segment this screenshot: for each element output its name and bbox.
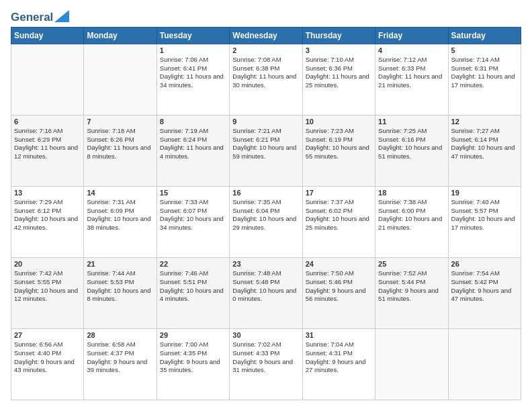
- day-number: 26: [451, 260, 518, 268]
- calendar-cell: 7Sunrise: 7:18 AM Sunset: 6:26 PM Daylig…: [84, 115, 157, 186]
- day-info: Sunrise: 7:29 AM Sunset: 6:12 PM Dayligh…: [14, 198, 81, 232]
- day-info: Sunrise: 7:31 AM Sunset: 6:09 PM Dayligh…: [87, 198, 153, 232]
- day-number: 10: [306, 118, 372, 126]
- calendar-cell: 5Sunrise: 7:14 AM Sunset: 6:31 PM Daylig…: [448, 44, 521, 115]
- day-info: Sunrise: 7:54 AM Sunset: 5:42 PM Dayligh…: [451, 269, 518, 304]
- calendar-cell: 29Sunrise: 7:00 AM Sunset: 4:35 PM Dayli…: [157, 328, 229, 400]
- day-number: 7: [87, 118, 153, 126]
- day-info: Sunrise: 7:14 AM Sunset: 6:31 PM Dayligh…: [451, 56, 518, 90]
- calendar-header-row: SundayMondayTuesdayWednesdayThursdayFrid…: [11, 27, 521, 44]
- calendar-table: SundayMondayTuesdayWednesdayThursdayFrid…: [11, 27, 521, 400]
- logo: General: [11, 11, 69, 21]
- day-header-sunday: Sunday: [11, 27, 84, 44]
- day-info: Sunrise: 7:25 AM Sunset: 6:16 PM Dayligh…: [378, 127, 445, 161]
- day-info: Sunrise: 7:38 AM Sunset: 6:00 PM Dayligh…: [378, 198, 445, 232]
- day-info: Sunrise: 7:21 AM Sunset: 6:21 PM Dayligh…: [232, 127, 299, 161]
- calendar-cell: [84, 44, 157, 115]
- calendar-cell: 12Sunrise: 7:27 AM Sunset: 6:14 PM Dayli…: [448, 115, 521, 186]
- calendar-cell: 10Sunrise: 7:23 AM Sunset: 6:19 PM Dayli…: [302, 115, 375, 186]
- calendar-cell: 18Sunrise: 7:38 AM Sunset: 6:00 PM Dayli…: [375, 186, 448, 257]
- day-info: Sunrise: 7:23 AM Sunset: 6:19 PM Dayligh…: [306, 127, 372, 161]
- calendar-cell: 19Sunrise: 7:40 AM Sunset: 5:57 PM Dayli…: [448, 186, 521, 257]
- calendar-cell: 17Sunrise: 7:37 AM Sunset: 6:02 PM Dayli…: [302, 186, 375, 257]
- day-info: Sunrise: 7:04 AM Sunset: 4:31 PM Dayligh…: [306, 340, 372, 375]
- calendar-cell: 2Sunrise: 7:08 AM Sunset: 6:38 PM Daylig…: [230, 44, 302, 115]
- calendar-cell: 16Sunrise: 7:35 AM Sunset: 6:04 PM Dayli…: [230, 186, 302, 257]
- day-number: 8: [160, 118, 226, 126]
- calendar-cell: [375, 328, 448, 400]
- day-number: 12: [451, 118, 518, 126]
- calendar-cell: 22Sunrise: 7:46 AM Sunset: 5:51 PM Dayli…: [157, 257, 229, 328]
- calendar-cell: 27Sunrise: 6:56 AM Sunset: 4:40 PM Dayli…: [11, 328, 84, 400]
- calendar-cell: 24Sunrise: 7:50 AM Sunset: 5:46 PM Dayli…: [302, 257, 375, 328]
- day-header-friday: Friday: [375, 27, 448, 44]
- day-number: 13: [14, 189, 81, 197]
- day-info: Sunrise: 7:10 AM Sunset: 6:36 PM Dayligh…: [306, 56, 372, 90]
- day-info: Sunrise: 7:35 AM Sunset: 6:04 PM Dayligh…: [232, 198, 299, 232]
- day-number: 20: [14, 260, 81, 268]
- svg-marker-0: [54, 10, 69, 22]
- calendar-body: 1Sunrise: 7:06 AM Sunset: 6:41 PM Daylig…: [11, 44, 521, 400]
- calendar-week-2: 6Sunrise: 7:16 AM Sunset: 6:29 PM Daylig…: [11, 115, 521, 186]
- calendar-cell: 26Sunrise: 7:54 AM Sunset: 5:42 PM Dayli…: [448, 257, 521, 328]
- day-info: Sunrise: 7:19 AM Sunset: 6:24 PM Dayligh…: [160, 127, 226, 161]
- day-info: Sunrise: 7:48 AM Sunset: 5:48 PM Dayligh…: [232, 269, 299, 304]
- day-header-monday: Monday: [84, 27, 157, 44]
- day-number: 27: [14, 331, 81, 339]
- day-number: 3: [306, 46, 372, 54]
- day-info: Sunrise: 7:27 AM Sunset: 6:14 PM Dayligh…: [451, 127, 518, 161]
- day-info: Sunrise: 7:42 AM Sunset: 5:55 PM Dayligh…: [14, 269, 81, 304]
- day-info: Sunrise: 7:08 AM Sunset: 6:38 PM Dayligh…: [232, 56, 299, 90]
- calendar-cell: 14Sunrise: 7:31 AM Sunset: 6:09 PM Dayli…: [84, 186, 157, 257]
- calendar-week-5: 27Sunrise: 6:56 AM Sunset: 4:40 PM Dayli…: [11, 328, 521, 400]
- day-number: 28: [87, 331, 153, 339]
- day-header-saturday: Saturday: [448, 27, 521, 44]
- day-number: 29: [160, 331, 226, 339]
- day-info: Sunrise: 7:46 AM Sunset: 5:51 PM Dayligh…: [160, 269, 226, 304]
- day-number: 11: [378, 118, 445, 126]
- day-info: Sunrise: 7:44 AM Sunset: 5:53 PM Dayligh…: [87, 269, 153, 304]
- calendar-cell: 13Sunrise: 7:29 AM Sunset: 6:12 PM Dayli…: [11, 186, 84, 257]
- calendar-cell: 6Sunrise: 7:16 AM Sunset: 6:29 PM Daylig…: [11, 115, 84, 186]
- calendar-week-3: 13Sunrise: 7:29 AM Sunset: 6:12 PM Dayli…: [11, 186, 521, 257]
- day-header-tuesday: Tuesday: [157, 27, 229, 44]
- day-number: 2: [232, 46, 299, 54]
- calendar-cell: 1Sunrise: 7:06 AM Sunset: 6:41 PM Daylig…: [157, 44, 229, 115]
- day-number: 17: [306, 189, 372, 197]
- day-number: 24: [306, 260, 372, 268]
- day-info: Sunrise: 7:00 AM Sunset: 4:35 PM Dayligh…: [160, 340, 226, 375]
- calendar-cell: [448, 328, 521, 400]
- day-info: Sunrise: 7:33 AM Sunset: 6:07 PM Dayligh…: [160, 198, 226, 232]
- day-number: 22: [160, 260, 226, 268]
- calendar-cell: 20Sunrise: 7:42 AM Sunset: 5:55 PM Dayli…: [11, 257, 84, 328]
- day-info: Sunrise: 7:18 AM Sunset: 6:26 PM Dayligh…: [87, 127, 153, 161]
- day-info: Sunrise: 7:37 AM Sunset: 6:02 PM Dayligh…: [306, 198, 372, 232]
- day-info: Sunrise: 7:40 AM Sunset: 5:57 PM Dayligh…: [451, 198, 518, 232]
- calendar-cell: 11Sunrise: 7:25 AM Sunset: 6:16 PM Dayli…: [375, 115, 448, 186]
- day-header-thursday: Thursday: [302, 27, 375, 44]
- day-info: Sunrise: 7:06 AM Sunset: 6:41 PM Dayligh…: [160, 56, 226, 90]
- calendar-cell: [11, 44, 84, 115]
- logo-icon: [54, 10, 69, 22]
- day-number: 9: [232, 118, 299, 126]
- day-info: Sunrise: 6:56 AM Sunset: 4:40 PM Dayligh…: [14, 340, 81, 375]
- day-number: 19: [451, 189, 518, 197]
- day-number: 15: [160, 189, 226, 197]
- day-info: Sunrise: 7:12 AM Sunset: 6:33 PM Dayligh…: [378, 56, 445, 90]
- calendar-cell: 3Sunrise: 7:10 AM Sunset: 6:36 PM Daylig…: [302, 44, 375, 115]
- logo-text: General: [11, 11, 53, 24]
- day-number: 4: [378, 46, 445, 54]
- calendar-cell: 8Sunrise: 7:19 AM Sunset: 6:24 PM Daylig…: [157, 115, 229, 186]
- calendar-cell: 30Sunrise: 7:02 AM Sunset: 4:33 PM Dayli…: [230, 328, 302, 400]
- day-info: Sunrise: 7:16 AM Sunset: 6:29 PM Dayligh…: [14, 127, 81, 161]
- calendar-cell: 15Sunrise: 7:33 AM Sunset: 6:07 PM Dayli…: [157, 186, 229, 257]
- header: General: [11, 11, 521, 21]
- day-number: 18: [378, 189, 445, 197]
- page: General SundayMondayTuesdayWednesdayThur…: [0, 0, 532, 411]
- day-number: 30: [232, 331, 299, 339]
- calendar-week-4: 20Sunrise: 7:42 AM Sunset: 5:55 PM Dayli…: [11, 257, 521, 328]
- day-header-wednesday: Wednesday: [230, 27, 302, 44]
- calendar-cell: 9Sunrise: 7:21 AM Sunset: 6:21 PM Daylig…: [230, 115, 302, 186]
- calendar-cell: 4Sunrise: 7:12 AM Sunset: 6:33 PM Daylig…: [375, 44, 448, 115]
- day-number: 5: [451, 46, 518, 54]
